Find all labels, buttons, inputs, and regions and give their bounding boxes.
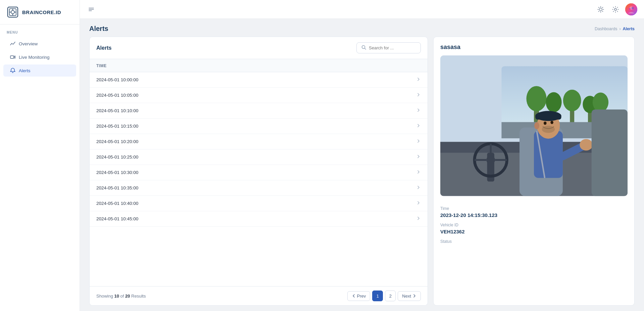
page-controls: Prev 1 2 Next — [347, 291, 421, 301]
alert-row[interactable]: 2024-05-01 10:15:00 — [90, 119, 428, 134]
svg-line-19 — [599, 11, 599, 11]
svg-line-18 — [602, 7, 603, 8]
alert-row[interactable]: 2024-05-01 10:00:00 — [90, 72, 428, 88]
status-field-label: Status — [440, 239, 628, 244]
svg-point-2 — [11, 10, 14, 14]
svg-point-20 — [614, 8, 616, 10]
svg-point-59 — [542, 126, 555, 133]
alerts-panel-header: Alerts — [90, 37, 428, 59]
vehicle-id-field-value: VEH12362 — [440, 229, 628, 234]
alert-time: 2024-05-01 10:10:00 — [96, 108, 138, 113]
chevron-right-icon — [416, 185, 421, 191]
total-count: 20 — [125, 294, 130, 299]
sidebar-item-live-monitoring[interactable]: Live Monitoring — [3, 51, 76, 63]
alert-time: 2024-05-01 10:20:00 — [96, 139, 138, 144]
alert-time: 2024-05-01 10:25:00 — [96, 154, 138, 160]
driver-scene-image — [440, 55, 628, 196]
sidebar: BRAINCORE.ID MENU Overview Live Monitori… — [0, 0, 80, 311]
alert-row[interactable]: 2024-05-01 10:45:00 — [90, 211, 428, 227]
showing-text: Showing 10 of 20 Results — [96, 294, 146, 299]
search-icon — [361, 45, 366, 51]
chevron-right-icon — [416, 77, 421, 83]
chevron-right-icon — [416, 170, 421, 175]
topbar-right — [596, 3, 637, 15]
bell-icon — [10, 68, 15, 73]
alert-row[interactable]: 2024-05-01 10:25:00 — [90, 149, 428, 165]
logo-icon — [7, 6, 19, 18]
alert-row[interactable]: 2024-05-01 10:40:00 — [90, 196, 428, 211]
content-grid: Alerts Time — [80, 37, 644, 311]
alert-time: 2024-05-01 10:00:00 — [96, 77, 138, 82]
svg-point-11 — [599, 8, 602, 11]
prev-label: Prev — [357, 294, 366, 299]
svg-rect-7 — [10, 56, 14, 58]
pagination: Showing 10 of 20 Results Prev 1 2 Next — [90, 286, 428, 305]
alert-row[interactable]: 2024-05-01 10:35:00 — [90, 180, 428, 196]
chevron-right-icon — [416, 123, 421, 129]
content-area: Alerts Dashboards › Alerts Alerts — [80, 19, 644, 311]
alert-time: 2024-05-01 10:40:00 — [96, 201, 138, 206]
svg-point-31 — [526, 86, 546, 111]
user-avatar[interactable] — [625, 3, 637, 15]
settings-icon[interactable] — [610, 4, 621, 14]
search-input[interactable] — [369, 45, 416, 50]
time-field-label: Time — [440, 206, 628, 211]
page-title: Alerts — [89, 25, 108, 33]
time-field-value: 2023-12-20 14:15:30.123 — [440, 212, 628, 218]
breadcrumb-parent: Dashboards — [595, 27, 617, 31]
svg-point-55 — [544, 122, 547, 125]
prev-page-button[interactable]: Prev — [347, 291, 370, 301]
svg-line-17 — [602, 11, 603, 11]
detail-image — [440, 55, 628, 196]
app-name: BRAINCORE.ID — [22, 9, 61, 15]
svg-rect-54 — [535, 114, 561, 120]
alert-time: 2024-05-01 10:05:00 — [96, 93, 138, 98]
chevron-right-icon — [416, 216, 421, 222]
table-header: Time — [90, 59, 428, 72]
search-box[interactable] — [356, 42, 421, 53]
breadcrumb: Dashboards › Alerts — [595, 27, 635, 31]
detail-panel: sasasa — [433, 37, 635, 306]
vehicle-id-field-label: Vehicle ID — [440, 223, 628, 227]
svg-point-45 — [486, 156, 495, 164]
alert-time: 2024-05-01 10:45:00 — [96, 216, 138, 221]
next-page-button[interactable]: Next — [398, 291, 421, 301]
time-column-header: Time — [96, 63, 107, 68]
collapse-sidebar-button[interactable] — [87, 5, 96, 14]
topbar-left — [87, 5, 96, 14]
sidebar-item-overview-label: Overview — [19, 41, 38, 46]
alert-row[interactable]: 2024-05-01 10:30:00 — [90, 165, 428, 180]
sidebar-item-alerts-label: Alerts — [19, 68, 31, 73]
current-count: 10 — [114, 294, 119, 299]
alerts-panel: Alerts Time — [89, 37, 428, 306]
svg-point-58 — [580, 139, 593, 150]
page-num-1[interactable]: 1 — [372, 291, 383, 301]
svg-point-33 — [546, 92, 561, 112]
chart-line-icon — [10, 41, 15, 46]
svg-line-16 — [599, 7, 599, 8]
chevron-right-icon — [416, 201, 421, 206]
video-icon — [10, 54, 15, 60]
topbar — [80, 0, 644, 19]
sidebar-item-overview[interactable]: Overview — [3, 38, 76, 50]
svg-point-25 — [632, 7, 634, 9]
next-label: Next — [402, 294, 411, 299]
svg-point-57 — [534, 122, 539, 129]
alert-time: 2024-05-01 10:15:00 — [96, 124, 138, 129]
alert-row[interactable]: 2024-05-01 10:05:00 — [90, 88, 428, 103]
alert-row[interactable]: 2024-05-01 10:20:00 — [90, 134, 428, 149]
chevron-right-icon — [416, 108, 421, 114]
alert-row[interactable]: 2024-05-01 10:10:00 — [90, 103, 428, 119]
breadcrumb-current: Alerts — [623, 27, 635, 31]
alert-time: 2024-05-01 10:35:00 — [96, 185, 138, 190]
page-num-2[interactable]: 2 — [385, 291, 396, 301]
detail-name: sasasa — [440, 44, 628, 51]
menu-label: MENU — [0, 25, 80, 37]
brightness-icon[interactable] — [596, 4, 606, 14]
main-area: Alerts Dashboards › Alerts Alerts — [80, 0, 644, 311]
sidebar-item-alerts[interactable]: Alerts — [3, 64, 76, 77]
chevron-right-icon — [416, 139, 421, 144]
chevron-right-icon — [416, 154, 421, 160]
svg-point-39 — [593, 93, 608, 112]
alerts-list: 2024-05-01 10:00:00 2024-05-01 10:05:00 … — [90, 72, 428, 286]
